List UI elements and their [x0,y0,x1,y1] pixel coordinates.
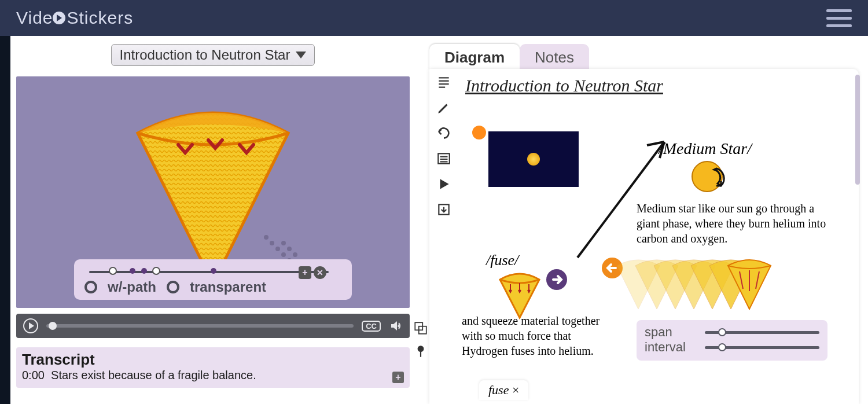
svg-point-12 [418,346,424,352]
marker-dot[interactable] [472,126,486,139]
play-tool-icon[interactable] [436,177,451,192]
tab-diagram[interactable]: Diagram [429,44,520,70]
fan-animation-sticker[interactable] [612,254,792,318]
video-viewport[interactable]: + ✕ w/-path transparent [16,76,410,308]
svg-point-4 [281,252,286,257]
captions-toggle[interactable]: CC [362,321,381,332]
brand-text-pre: Vide [16,8,53,28]
transcript-text: Stars exist because of a fragile balance… [51,369,256,381]
menu-button[interactable] [826,9,852,27]
svg-point-2 [270,241,274,245]
transcript-panel: Transcript 0:00 Stars exist because of a… [16,347,410,388]
play-button[interactable] [23,318,38,333]
text-lines-icon[interactable] [436,75,451,90]
diagram-panel: Introduction to Neutron Star /Medium Sta… [429,69,859,404]
volume-icon[interactable] [389,319,403,333]
sticker-extraction-bar: + ✕ w/-path transparent [74,259,352,300]
wpath-radio[interactable] [84,281,97,293]
diagram-canvas[interactable]: /Medium Star/ Medium star like our sun g… [462,96,851,396]
brand-play-icon [53,12,65,24]
svg-rect-13 [420,351,421,357]
brand-text-post: Stickers [67,8,134,28]
add-transcript-button[interactable]: + [392,372,404,383]
video-selector[interactable]: Introduction to Neutron Star [111,44,315,66]
seek-bar[interactable] [46,324,354,328]
wpath-label: w/-path [108,279,156,295]
close-sticker-bar-button[interactable]: ✕ [314,266,326,279]
diagram-title[interactable]: Introduction to Neutron Star [465,76,851,96]
transcript-heading: Transcript [22,351,404,369]
video-selector-label: Introduction to Neutron Star [120,47,290,63]
add-keyframe-button[interactable]: + [299,266,311,279]
fuse-label[interactable]: /fuse/ [486,252,518,269]
fuse-note[interactable]: and squeeze material together with so mu… [462,313,601,358]
transparent-label: transparent [190,279,266,295]
span-label: span [645,325,697,340]
video-player-controls: CC [16,314,410,338]
transparent-radio[interactable] [167,281,179,293]
svg-point-3 [275,247,280,251]
export-icon[interactable] [436,202,451,217]
viewport-tools [413,321,428,359]
svg-point-23 [692,161,722,192]
video-thumbnail-sticker[interactable] [488,131,579,187]
transcript-line[interactable]: 0:00 Stars exist because of a fragile ba… [22,369,404,382]
fuse-play-button[interactable] [545,268,568,291]
pin-icon[interactable] [413,344,428,359]
group-select-icon[interactable] [413,321,428,336]
medium-star-note[interactable]: Medium star like our sun go through a gi… [637,201,827,246]
sticker-timeline[interactable]: + ✕ [89,265,329,277]
svg-point-9 [293,252,297,257]
span-slider[interactable] [705,331,819,334]
animation-sliders: span interval [637,320,827,361]
diagram-toolbar [436,75,451,217]
left-column: Introduction to Neutron Star [10,36,415,388]
pencil-icon[interactable] [436,100,451,115]
panel-tabs: Diagram Notes [429,43,859,69]
panel-scrollbar[interactable] [855,75,860,185]
medium-star-label[interactable]: /Medium Star/ [659,139,752,158]
search-chip[interactable]: fuse × [479,380,528,400]
interval-label: interval [645,340,697,355]
svg-point-8 [287,247,292,251]
transcript-time: 0:00 [22,369,45,381]
interval-slider[interactable] [705,346,819,349]
svg-point-1 [264,235,269,240]
top-bar: Vide Stickers [0,0,868,36]
svg-point-7 [281,241,286,245]
workspace: Introduction to Neutron Star [10,36,868,404]
tab-notes[interactable]: Notes [520,44,589,70]
list-icon[interactable] [436,151,451,166]
right-column: Diagram Notes Introduction to Neutron St… [429,43,859,404]
undo-icon[interactable] [436,126,451,141]
chevron-down-icon [296,52,306,58]
medium-star-sticker[interactable] [689,158,729,199]
app-brand: Vide Stickers [16,8,133,28]
